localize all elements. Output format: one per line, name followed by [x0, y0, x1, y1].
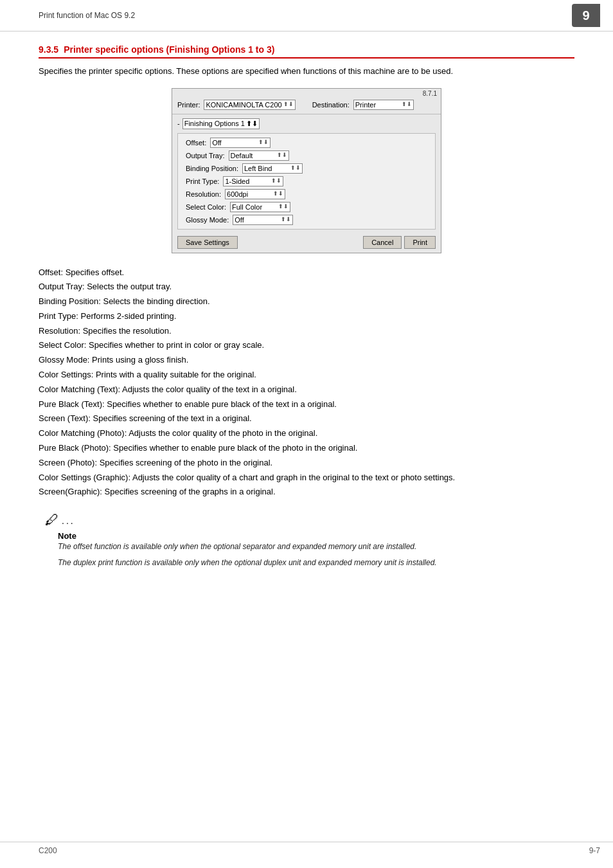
select-color-row: Select Color: Full Color ⬆⬇: [181, 201, 432, 213]
desc-item: Color Settings: Prints with a quality su…: [39, 368, 574, 382]
output-tray-label: Output Tray:: [186, 152, 225, 159]
cancel-button[interactable]: Cancel: [363, 236, 402, 249]
note-item: The offset function is available only wh…: [45, 541, 574, 553]
desc-item: Screen (Text): Specifies screening of th…: [39, 412, 574, 426]
note-item: The duplex print function is available o…: [45, 557, 574, 569]
finishing-dash: -: [177, 120, 182, 127]
output-tray-arrows: ⬆⬇: [277, 152, 287, 158]
select-color-label: Select Color:: [186, 203, 226, 211]
print-type-arrows: ⬆⬇: [271, 178, 281, 184]
printer-arrows: ⬆⬇: [283, 102, 294, 107]
dialog-buttons: Save Settings Cancel Print: [172, 232, 441, 253]
note-dots: ...: [62, 516, 75, 526]
glossy-mode-select[interactable]: Off ⬆⬇: [233, 215, 293, 225]
print-type-row: Print Type: 1-Sided ⬆⬇: [181, 175, 432, 188]
resolution-label: Resolution:: [186, 190, 221, 198]
select-color-value: Full Color: [232, 203, 277, 211]
desc-item: Color Matching (Photo): Adjusts the colo…: [39, 427, 574, 440]
note-header-row: 🖊 ...: [45, 512, 574, 530]
desc-item: Screen(Graphic): Specifies screening of …: [39, 485, 574, 499]
glossy-mode-value: Off: [235, 216, 280, 224]
print-button[interactable]: Print: [404, 236, 436, 249]
desc-item: Print Type: Performs 2-sided printing.: [39, 310, 574, 323]
desc-item: Select Color: Specifies whether to print…: [39, 339, 574, 352]
desc-item: Pure Black (Text): Specifies whether to …: [39, 398, 574, 411]
resolution-arrows: ⬆⬇: [273, 191, 283, 197]
offset-label: Offset:: [186, 139, 206, 147]
output-tray-row: Output Tray: Default ⬆⬇: [181, 149, 432, 162]
note-items: The offset function is available only wh…: [45, 541, 574, 569]
finishing-row: - Finishing Options 1 ⬆⬇: [172, 117, 441, 131]
binding-label: Binding Position:: [186, 165, 238, 172]
desc-item: Offset: Specifies offset.: [39, 266, 574, 280]
section-number: 9.3.5: [39, 44, 58, 55]
printer-row: Printer: KONICAMINOLTA C200 ⬆⬇ Destinati…: [172, 98, 441, 111]
select-color-arrows: ⬆⬇: [278, 204, 289, 210]
save-settings-button[interactable]: Save Settings: [177, 236, 238, 249]
desc-item: Pure Black (Photo): Specifies whether to…: [39, 442, 574, 455]
settings-panel: Offset: Off ⬆⬇ Output Tray: Default ⬆⬇: [177, 133, 436, 230]
desc-item: Glossy Mode: Prints using a gloss finish…: [39, 354, 574, 367]
print-type-label: Print Type:: [186, 177, 219, 185]
desc-item: Screen (Photo): Specifies screening of t…: [39, 457, 574, 470]
printer-label: Printer:: [177, 101, 200, 109]
offset-row: Offset: Off ⬆⬇: [181, 136, 432, 149]
destination-label: Destination:: [312, 101, 350, 109]
output-tray-select[interactable]: Default ⬆⬇: [229, 150, 289, 161]
binding-value: Left Bind: [244, 165, 289, 172]
section-header: 9.3.5 Printer specific options (Finishin…: [39, 44, 574, 59]
dialog-box: 8.7.1 Printer: KONICAMINOLTA C200 ⬆⬇ Des…: [172, 88, 441, 253]
desc-item: Output Tray: Selects the output tray.: [39, 280, 574, 294]
printer-select[interactable]: KONICAMINOLTA C200 ⬆⬇: [204, 100, 295, 110]
desc-item: Color Matching (Text): Adjusts the color…: [39, 383, 574, 397]
section-title: Printer specific options (Finishing Opti…: [64, 44, 274, 55]
content-area: 9.3.5 Printer specific options (Finishin…: [0, 32, 613, 599]
resolution-select[interactable]: 600dpi ⬆⬇: [225, 189, 285, 199]
printer-value: KONICAMINOLTA C200: [206, 101, 281, 109]
output-tray-value: Default: [231, 152, 276, 159]
resolution-value: 600dpi: [227, 190, 272, 198]
note-section: 🖊 ... Note The offset function is availa…: [39, 512, 574, 569]
glossy-mode-label: Glossy Mode:: [186, 216, 229, 224]
finishing-select[interactable]: Finishing Options 1 ⬆⬇: [182, 118, 260, 129]
intro-text: Specifies the printer specific options. …: [39, 65, 574, 78]
offset-select[interactable]: Off ⬆⬇: [210, 138, 271, 148]
glossy-mode-arrows: ⬆⬇: [281, 217, 291, 222]
footer: C200 9-7: [0, 842, 613, 855]
binding-arrows: ⬆⬇: [290, 165, 301, 171]
select-color-select[interactable]: Full Color ⬆⬇: [230, 202, 290, 212]
destination-value: Printer: [355, 101, 400, 109]
footer-right: 9-7: [589, 846, 600, 855]
note-icon: 🖊: [45, 512, 59, 529]
dialog-wrapper: 8.7.1 Printer: KONICAMINOLTA C200 ⬆⬇ Des…: [39, 88, 574, 253]
destination-select[interactable]: Printer ⬆⬇: [353, 100, 414, 110]
desc-item: Resolution: Specifies the resolution.: [39, 325, 574, 338]
finishing-arrows: ⬆⬇: [246, 120, 258, 128]
top-bar: Print function of Mac OS 9.2 9: [0, 0, 613, 32]
destination-arrows: ⬆⬇: [402, 102, 412, 107]
page-container: Print function of Mac OS 9.2 9 9.3.5 Pri…: [0, 0, 613, 868]
glossy-mode-row: Glossy Mode: Off ⬆⬇: [181, 213, 432, 226]
binding-select[interactable]: Left Bind ⬆⬇: [242, 163, 303, 174]
offset-arrows: ⬆⬇: [258, 140, 269, 145]
binding-row: Binding Position: Left Bind ⬆⬇: [181, 162, 432, 175]
cancel-print-group: Cancel Print: [363, 236, 436, 249]
finishing-value: Finishing Options 1: [184, 120, 245, 127]
desc-item: Color Settings (Graphic): Adjusts the co…: [39, 471, 574, 485]
desc-item: Binding Position: Selects the binding di…: [39, 295, 574, 309]
offset-value: Off: [212, 139, 257, 147]
resolution-row: Resolution: 600dpi ⬆⬇: [181, 188, 432, 201]
print-type-value: 1-Sided: [225, 177, 270, 185]
print-type-select[interactable]: 1-Sided ⬆⬇: [223, 176, 283, 186]
dialog-version: 8.7.1: [172, 89, 441, 98]
chapter-badge: 9: [572, 4, 600, 27]
note-label: Note: [45, 531, 574, 541]
top-bar-title: Print function of Mac OS 9.2: [39, 11, 135, 20]
footer-left: C200: [39, 846, 57, 855]
description-list: Offset: Specifies offset.Output Tray: Se…: [39, 266, 574, 500]
